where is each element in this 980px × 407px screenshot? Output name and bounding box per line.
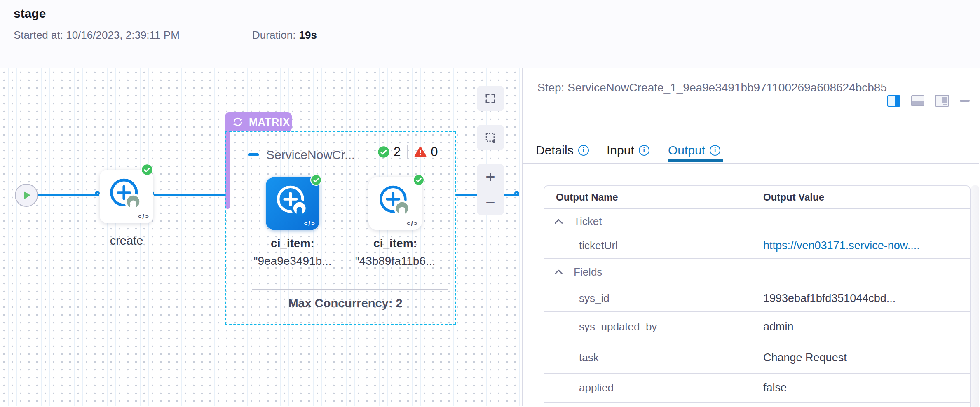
tabs-divider xyxy=(523,163,979,164)
port-stage-out xyxy=(514,191,519,196)
group-row-ticket: Ticket xyxy=(544,209,970,234)
matrix-status-badges: 2 0 xyxy=(377,145,438,159)
table-row: sys_id 1993ebaf1bfd351044cbd... xyxy=(544,285,970,312)
edge-create-to-matrix xyxy=(154,194,225,196)
step-node-create[interactable] xyxy=(100,170,153,223)
duration-text: Duration:19s xyxy=(252,29,317,42)
stage-header: stage Started at: 10/16/2023, 2:39:11 PM… xyxy=(0,0,980,68)
info-icon[interactable] xyxy=(578,145,589,156)
group-label: Fields xyxy=(574,266,602,278)
column-header-output-value: Output Value xyxy=(763,192,970,203)
step-name: ServiceNowCreate_1_9ea9e3491bb971100269a… xyxy=(567,81,887,94)
duration-label: Duration: xyxy=(252,29,296,41)
tab-input[interactable]: Input xyxy=(607,143,649,157)
group-row-fields: Fields xyxy=(544,259,970,285)
group-label: Ticket xyxy=(574,215,602,228)
started-at-text: Started at: 10/16/2023, 2:39:11 PM xyxy=(14,29,180,42)
tab-output[interactable]: Output xyxy=(668,143,720,157)
code-icon xyxy=(304,220,315,228)
port-create-in xyxy=(95,191,100,196)
bottom-panel-layout-button[interactable] xyxy=(911,95,924,106)
pipeline-execution-page: stage Started at: 10/16/2023, 2:39:11 PM… xyxy=(0,0,980,407)
matrix-item-label-2: ci_item: "43b89fa11b6... xyxy=(329,234,461,270)
stage-title: stage xyxy=(14,7,46,21)
floating-panel-layout-button[interactable] xyxy=(935,95,949,107)
ticket-url-link[interactable]: https://ven03171.service-now.... xyxy=(763,239,970,252)
code-icon xyxy=(138,213,149,221)
matrix-item-node-2[interactable] xyxy=(368,177,422,230)
chevron-up-icon[interactable] xyxy=(554,269,563,275)
info-icon[interactable] xyxy=(639,145,649,156)
zoom-in-button[interactable]: + xyxy=(485,168,495,185)
step-label-create: create xyxy=(77,234,176,248)
floating-panel-layout-icon xyxy=(942,97,947,103)
active-tab-indicator xyxy=(668,159,723,162)
chevron-up-icon[interactable] xyxy=(554,218,563,224)
servicenow-step-icon xyxy=(106,175,147,216)
tab-details[interactable]: Details xyxy=(536,143,589,157)
marquee-selection-icon xyxy=(484,131,497,144)
right-panel-layout-button[interactable] xyxy=(887,95,900,107)
column-header-output-name: Output Name xyxy=(544,192,763,203)
servicenow-step-icon xyxy=(375,182,415,222)
badge-separator xyxy=(407,145,408,159)
step-title: Step: ServiceNowCreate_1_9ea9e3491bb9711… xyxy=(537,80,892,96)
success-badge-icon xyxy=(141,164,153,176)
panel-layout-controls xyxy=(887,95,970,107)
success-count: 2 xyxy=(394,145,401,159)
zoom-controls: + − xyxy=(477,164,504,215)
table-row: sys_updated_by admin xyxy=(544,312,970,342)
step-label: Step: xyxy=(537,81,564,94)
servicenow-step-icon xyxy=(272,182,313,222)
matrix-group: ServiceNowCr... 2 0 xyxy=(225,131,456,325)
bottom-panel-layout-icon xyxy=(912,101,924,105)
failed-count-icon xyxy=(414,146,427,158)
success-badge-icon xyxy=(310,174,322,186)
matrix-footer-divider xyxy=(252,289,448,290)
duration-value: 19s xyxy=(299,29,317,41)
panel-scrollbar[interactable] xyxy=(971,185,979,407)
success-badge-icon xyxy=(413,174,424,186)
table-row: task Change Request xyxy=(544,342,970,374)
failed-count: 0 xyxy=(431,145,438,159)
info-icon[interactable] xyxy=(710,145,720,156)
right-panel-layout-icon xyxy=(895,96,900,106)
minimize-panel-button[interactable] xyxy=(960,100,970,102)
table-row: ticketUrl https://ven03171.service-now..… xyxy=(544,234,970,259)
matrix-tag-label: MATRIX xyxy=(249,116,290,128)
matrix-step-title: ServiceNowCr... xyxy=(266,148,369,162)
table-row: applied false xyxy=(544,374,970,403)
start-node[interactable] xyxy=(15,184,38,207)
step-details-panel: Step: ServiceNowCreate_1_9ea9e3491bb9711… xyxy=(522,68,979,406)
fit-to-screen-button[interactable] xyxy=(477,86,504,111)
marquee-select-button[interactable] xyxy=(477,125,504,150)
play-icon xyxy=(23,191,31,200)
pipeline-canvas[interactable]: create MATRIX ServiceNowCr... 2 xyxy=(0,68,522,406)
fullscreen-icon xyxy=(484,92,497,105)
table-header-row: Output Name Output Value xyxy=(544,186,970,209)
output-table: Output Name Output Value Ticket ticketUr… xyxy=(544,185,971,407)
matrix-tag: MATRIX xyxy=(225,112,292,131)
zoom-out-button[interactable]: − xyxy=(485,194,495,211)
edge-start-to-create xyxy=(38,194,99,196)
collapse-matrix-button[interactable] xyxy=(248,153,259,156)
max-concurrency-label: Max Concurrency: 2 xyxy=(242,297,448,310)
success-count-icon xyxy=(377,146,390,158)
code-icon xyxy=(406,220,418,228)
loop-icon xyxy=(232,116,244,128)
matrix-item-node-1[interactable] xyxy=(266,177,319,230)
